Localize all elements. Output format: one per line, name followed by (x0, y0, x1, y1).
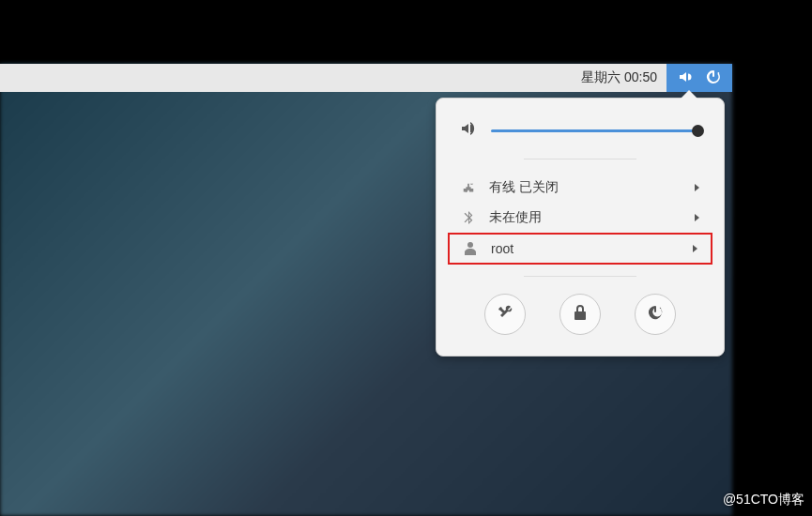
action-buttons-row (437, 294, 724, 335)
chevron-right-icon (693, 245, 697, 252)
volume-control-row (437, 115, 724, 155)
power-button[interactable] (635, 294, 676, 335)
volume-icon (678, 69, 693, 87)
clock-label[interactable]: 星期六 00:50 (572, 69, 666, 86)
volume-high-icon (461, 121, 476, 140)
lock-icon (574, 305, 587, 324)
user-icon (463, 242, 478, 255)
watermark-text: @51CTO博客 (723, 492, 804, 508)
bluetooth-icon (461, 211, 476, 224)
power-icon (706, 69, 721, 87)
volume-slider[interactable] (491, 129, 699, 132)
separator (524, 159, 636, 159)
volume-slider-thumb[interactable] (692, 125, 704, 137)
system-menu-dropdown: 有线 已关闭 未在使用 root (436, 98, 725, 357)
system-status-area[interactable] (666, 64, 732, 92)
top-panel: 星期六 00:50 (0, 64, 732, 92)
bluetooth-menu-item[interactable]: 未在使用 (448, 203, 712, 233)
settings-button[interactable] (484, 294, 526, 335)
chevron-right-icon (695, 214, 699, 221)
user-menu-item[interactable]: root (448, 233, 712, 265)
shutdown-icon (648, 305, 663, 324)
chevron-right-icon (695, 184, 699, 191)
user-label: root (491, 241, 680, 256)
separator (524, 276, 636, 277)
network-label: 有线 已关闭 (489, 179, 682, 196)
menu-items: 有线 已关闭 未在使用 root (437, 173, 724, 265)
tools-icon (498, 305, 513, 324)
lock-button[interactable] (559, 294, 601, 335)
network-menu-item[interactable]: 有线 已关闭 (448, 173, 712, 203)
bluetooth-label: 未在使用 (489, 209, 682, 226)
network-wired-off-icon (461, 181, 476, 194)
